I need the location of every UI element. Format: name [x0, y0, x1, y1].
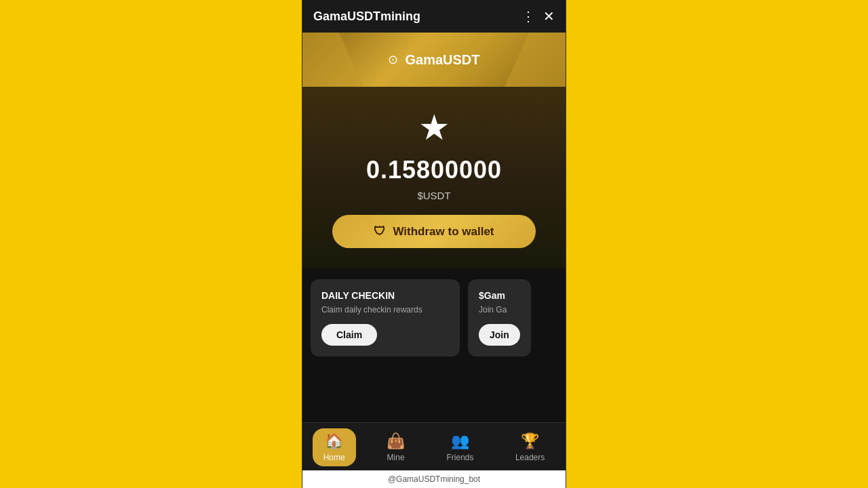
friends-icon: 👥 [451, 432, 469, 450]
bottom-nav: 🏠 Home 👜 Mine 👥 Friends 🏆 Leaders [302, 422, 566, 470]
daily-checkin-desc: Claim daily checkin rewards [321, 305, 449, 314]
banner-logo-text: GamaUSDT [405, 52, 479, 68]
claim-button[interactable]: Claim [321, 324, 377, 346]
cards-section: DAILY CHECKIN Claim daily checkin reward… [302, 268, 566, 422]
title-bar: GamaUSDTmining ⋮ ✕ [302, 0, 566, 33]
banner-logo-icon: ⊙ [388, 52, 398, 67]
mine-icon: 👜 [387, 432, 405, 450]
footer-text: @GamaUSDTmining_bot [388, 474, 480, 484]
gama-join-title: $Gam [479, 290, 520, 301]
mine-label: Mine [387, 453, 405, 462]
friends-label: Friends [446, 453, 473, 462]
nav-home[interactable]: 🏠 Home [313, 428, 356, 466]
join-button[interactable]: Join [479, 324, 520, 346]
close-icon[interactable]: ✕ [543, 8, 555, 24]
trophy-icon: 🏆 [521, 432, 539, 450]
nav-friends[interactable]: 👥 Friends [435, 428, 484, 466]
withdraw-button-label: Withdraw to wallet [393, 225, 494, 239]
daily-checkin-card: DAILY CHECKIN Claim daily checkin reward… [311, 279, 460, 357]
home-label: Home [323, 453, 345, 462]
gama-join-desc: Join Ga [479, 305, 520, 314]
star-icon: ★ [418, 107, 450, 148]
nav-mine[interactable]: 👜 Mine [376, 428, 416, 466]
home-icon: 🏠 [325, 432, 343, 450]
withdraw-button[interactable]: 🛡 Withdraw to wallet [332, 215, 536, 248]
nav-leaders[interactable]: 🏆 Leaders [505, 428, 555, 466]
banner: ⊙ GamaUSDT [302, 33, 566, 87]
title-bar-actions: ⋮ ✕ [521, 8, 555, 24]
daily-checkin-title: DAILY CHECKIN [321, 290, 449, 301]
balance-card: ★ 0.15800000 $USDT 🛡 Withdraw to wallet [302, 87, 566, 268]
app-title: GamaUSDTmining [313, 9, 420, 24]
more-options-icon[interactable]: ⋮ [521, 8, 535, 24]
cards-row: DAILY CHECKIN Claim daily checkin reward… [311, 279, 557, 357]
app-container: GamaUSDTmining ⋮ ✕ ⊙ GamaUSDT ★ 0.158000… [302, 0, 566, 488]
leaders-label: Leaders [515, 453, 545, 462]
balance-amount: 0.15800000 [366, 156, 502, 184]
footer: @GamaUSDTmining_bot [302, 470, 566, 488]
shield-icon: 🛡 [374, 224, 386, 239]
balance-currency: $USDT [417, 190, 450, 201]
gama-join-card: $Gam Join Ga Join [468, 279, 531, 357]
